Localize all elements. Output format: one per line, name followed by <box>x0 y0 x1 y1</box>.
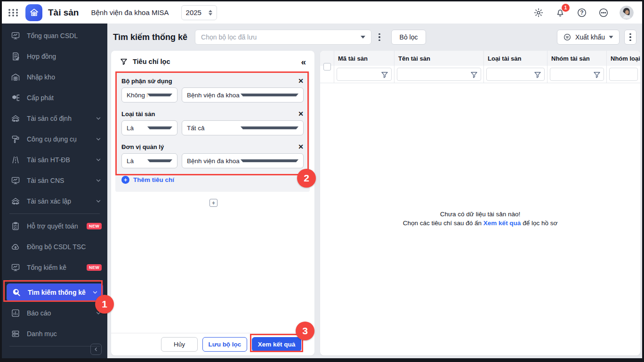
sidebar-item-tai-san-xac-lap[interactable]: Tài sản xác lập <box>2 191 107 212</box>
page-header: Tìm kiếm thống kê Chọn bộ lọc đã lưu Bỏ … <box>107 24 642 51</box>
column-filter-input[interactable] <box>397 68 468 80</box>
sidebar-item-cap-phat[interactable]: Cấp phát <box>2 87 107 108</box>
column-filter-input[interactable] <box>550 68 591 80</box>
report-chart-icon <box>10 308 21 318</box>
funnel-icon[interactable] <box>533 71 542 79</box>
funnel-icon[interactable] <box>470 71 478 79</box>
sidebar-item-tai-san-co-dinh[interactable]: Tài sản cố định <box>2 108 107 129</box>
sidebar-item-label: Hợp đồng <box>27 53 102 60</box>
column-header: Mã tài sản <box>334 51 394 66</box>
plus-icon: + <box>121 176 129 184</box>
column-filter <box>550 68 604 81</box>
column-nhom-loai-tai-san: Nhóm loại t <box>607 51 640 83</box>
filter-group-bo-phan-su-dung: Bộ phận sử dụng ✕ Không là Bệnh viện đa … <box>121 76 304 102</box>
operator-select[interactable]: Không là <box>121 87 177 102</box>
year-value: 2025 <box>186 8 201 16</box>
sidebar-item-tai-san-cns[interactable]: Tài sản CNS <box>2 170 107 191</box>
contract-icon <box>10 51 21 62</box>
column-header: Tên tài sản <box>394 51 483 66</box>
settings-gear-icon[interactable] <box>533 7 544 18</box>
column-filter-input[interactable] <box>487 68 532 80</box>
collapse-panel-icon[interactable]: « <box>301 57 306 66</box>
view-results-button[interactable]: Xem kết quả <box>252 337 301 352</box>
column-filter-input[interactable] <box>610 68 625 80</box>
add-criteria-group-button[interactable]: + <box>209 199 217 207</box>
cancel-button[interactable]: Hủy <box>161 337 198 352</box>
empty-state: Chưa có dữ liệu tài sản nào! Chọn các ti… <box>320 210 640 228</box>
header-more-icon[interactable] <box>624 30 636 45</box>
column-filter <box>397 68 481 81</box>
value-select[interactable]: Bệnh viện đa khoa MISA <box>182 87 304 102</box>
sidebar-item-label: Tổng quan CSDL <box>27 32 102 39</box>
column-filter-input[interactable] <box>337 68 379 80</box>
chevron-down-icon <box>95 177 102 184</box>
funnel-icon[interactable] <box>380 71 389 79</box>
app-window: { "topbar": { "app_title": "Tài sản", "o… <box>0 0 644 362</box>
saved-filter-select[interactable]: Chọn bộ lọc đã lưu <box>195 30 371 45</box>
sidebar-item-cong-cu-dung-cu[interactable]: Công cụ dụng cụ <box>2 129 107 150</box>
help-icon[interactable]: ? <box>576 7 588 18</box>
warehouse-icon <box>10 72 21 82</box>
chevron-down-icon <box>95 310 102 316</box>
filter-panel-header: Tiêu chí lọc « <box>111 51 314 72</box>
clear-filter-button[interactable]: Bỏ lọc <box>391 30 426 45</box>
remove-criteria-icon[interactable]: ✕ <box>298 143 304 150</box>
sidebar-item-tong-kiem-ke[interactable]: Tổng kiểm kê NEW <box>2 257 107 278</box>
value-select[interactable]: Bệnh viện đa khoa MISA <box>182 153 304 168</box>
column-ma-tai-san: Mã tài sản <box>334 51 394 83</box>
column-loai-tai-san: Loại tài sản <box>484 51 547 83</box>
sidebar-item-label: Hỗ trợ quyết toán <box>27 222 80 230</box>
sidebar-item-tong-quan-csdl[interactable]: Tổng quan CSDL <box>2 25 107 46</box>
chevron-down-icon <box>92 289 98 296</box>
user-avatar[interactable] <box>620 6 634 20</box>
sidebar-item-label: Đồng bộ CSDL TSC <box>27 243 102 251</box>
column-header: Loại tài sản <box>484 51 547 66</box>
column-filter <box>486 68 545 81</box>
caret-down-icon <box>241 159 299 162</box>
sidebar-item-tim-kiem-thong-ke-active[interactable]: Tìm kiếm thống kê <box>2 282 107 303</box>
column-header: Nhóm tài sản <box>547 51 606 66</box>
checkbox-column <box>320 51 334 83</box>
operator-select[interactable]: Là <box>121 120 177 135</box>
notifications-bell-icon[interactable]: 1 <box>555 7 566 18</box>
sidebar-collapse-button[interactable] <box>90 344 102 355</box>
view-results-link[interactable]: Xem kết quả <box>483 220 521 227</box>
year-spinner-icon[interactable] <box>209 10 212 16</box>
organization-name: Bệnh viện đa khoa MISA <box>91 8 169 16</box>
funnel-icon <box>120 57 128 66</box>
saved-filter-more-icon[interactable] <box>373 30 386 45</box>
remove-criteria-icon[interactable]: ✕ <box>298 78 304 84</box>
clipboard-check-icon <box>10 221 21 231</box>
sidebar-item-nhap-kho[interactable]: Nhập kho <box>2 67 107 87</box>
sidebar-item-ho-tro-quyet-toan[interactable]: Hỗ trợ quyết toán NEW <box>2 216 107 236</box>
export-label: Xuất khẩu <box>575 33 605 41</box>
save-filter-button[interactable]: Lưu bộ lọc <box>202 337 247 352</box>
sidebar-item-tai-san-ht-db[interactable]: Tài sản HT-ĐB <box>2 150 107 170</box>
results-table-panel: Mã tài sản Tên tài sản Loại tài sản <box>320 51 640 355</box>
value-select[interactable]: Tất cả <box>182 120 304 135</box>
sidebar-item-label: Cấp phát <box>27 94 102 102</box>
notification-count-badge: 1 <box>562 4 570 12</box>
year-select[interactable]: 2025 <box>181 5 217 20</box>
caret-down-icon <box>241 94 299 96</box>
remove-criteria-icon[interactable]: ✕ <box>298 110 304 117</box>
add-criteria-link[interactable]: + Thêm tiêu chí <box>121 176 304 184</box>
topbar-actions: 1 ? <box>533 6 634 20</box>
asset-house-icon <box>10 196 21 206</box>
add-criteria-label: Thêm tiêu chí <box>133 176 174 183</box>
sidebar-footer <box>2 340 107 358</box>
app-logo-icon[interactable] <box>25 4 42 21</box>
more-options-icon[interactable] <box>598 7 609 18</box>
sidebar-item-bao-cao[interactable]: Báo cáo <box>2 303 107 323</box>
catalog-list-icon <box>10 329 21 339</box>
saved-filter-placeholder: Chọn bộ lọc đã lưu <box>201 33 361 41</box>
app-grid-icon[interactable] <box>8 9 19 16</box>
export-button[interactable]: Xuất khẩu <box>557 30 620 45</box>
sidebar-item-hop-dong[interactable]: Hợp đồng <box>2 46 107 67</box>
sidebar-item-dong-bo-csdl-tsc[interactable]: Đồng bộ CSDL TSC <box>2 236 107 257</box>
funnel-icon[interactable] <box>593 71 601 79</box>
filter-group-label: Loại tài sản <box>121 110 155 118</box>
sidebar-item-label: Tìm kiếm thống kê <box>28 289 86 296</box>
select-all-checkbox[interactable] <box>323 63 331 71</box>
operator-select[interactable]: Là <box>121 153 177 168</box>
